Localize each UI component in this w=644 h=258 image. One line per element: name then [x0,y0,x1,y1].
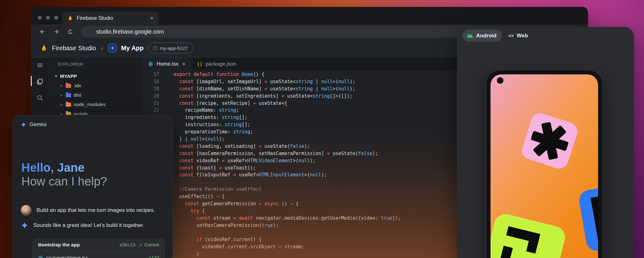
file-label: dist [74,92,81,98]
tab-label: package.json [206,61,236,67]
line-number: 17 [142,71,159,78]
browser-tab[interactable]: Firebase Studio × [62,12,158,24]
product-name: Firebase Studio [52,45,96,52]
user-avatar [21,205,31,216]
green-glyph-shape [491,212,567,258]
code-line: const videoRef = useRef<HTMLVideoElement… [174,157,401,164]
browser-tab-title: Firebase Studio [77,15,113,21]
toggle-web[interactable]: <> Web [504,30,534,42]
window-controls[interactable] [38,16,58,20]
bracket-icon [591,192,598,242]
code-line: preparationTime: string; [174,128,401,136]
app-name[interactable]: My App [121,45,143,52]
phone-screen [491,74,598,258]
editor-tab-home[interactable]: Home.tsx × [142,57,191,70]
forward-button[interactable] [51,26,62,37]
chevron-down-icon: > [54,75,58,78]
chevron-right-icon: > [60,93,63,98]
explorer-item-idx[interactable]: >.idx [49,81,142,90]
explorer-title: EXPLORER [58,62,142,67]
code-line: ingredients: string[]; [174,114,401,121]
code-line: const [dishName, setDishName] = useState… [174,85,401,93]
explorer-item-dist[interactable]: >dist [49,90,142,100]
line-number: 21 [142,100,159,107]
explorer-item-node_modules[interactable]: >node_modules [49,100,142,109]
search-view-button[interactable] [36,94,43,103]
line-number: 18 [142,78,159,85]
app-id-text: my-app-5127 [160,46,188,51]
file-tree: > MYAPP >.idx>dist>node_modules>scripts [49,72,142,119]
app-id-icon [153,46,158,50]
code-line: const {toast} = useToast(); [174,164,401,172]
hamburger-icon [36,62,43,69]
blue-bracket-shape [577,181,598,252]
chat-message-text: Build an app that lets me turn images in… [36,207,155,213]
reload-icon [67,29,73,35]
firebase-logo-icon [40,44,48,52]
forward-arrow-icon [53,29,59,35]
active-view-indicator [31,76,32,86]
gemini-panel: Gemini Hello, Jane How can I help? Build… [12,115,173,258]
code-line: export default function Home() { [174,71,401,78]
chevron-right-icon: > [60,102,63,107]
menu-button[interactable] [36,62,43,70]
react-icon [148,61,153,67]
tab-close-icon[interactable]: × [150,15,153,21]
folder-icon [66,103,71,107]
task-card-header: Bootstrap the app a56c23 ✓ Current [33,239,164,251]
code-line: //Camera Permission useEffect [174,186,401,193]
gemini-spark-icon [21,222,28,229]
task-card[interactable]: Bootstrap the app a56c23 ✓ Current src/p… [33,238,164,258]
status-badge: ✓ Current [139,242,159,247]
line-number: 20 [142,93,159,100]
window-control-dot[interactable] [38,16,42,20]
check-icon: ✓ [139,242,143,247]
back-arrow-icon [39,29,46,35]
additions-count: +122 [148,255,159,258]
file-label: .idx [74,83,81,89]
editor-tab-package-json[interactable]: {} package.json [191,57,242,70]
device-toggle-row: Android <> Web [463,30,534,42]
asterisk-icon [526,117,573,164]
code-line: if (videoRef.current) { [174,236,401,243]
pink-asterisk-shape [519,111,580,171]
braces-icon: {} [197,62,202,67]
toggle-label: Android [476,33,497,39]
code-line: const [loading, setLoading] = useState(f… [174,143,401,150]
code-line: videoRef.current.srcObject = stream; [174,243,401,250]
app-id-badge[interactable]: my-app-5127 [148,43,193,53]
task-card-file-row[interactable]: src/pages/Home.tsx +122 [33,251,164,258]
explorer-view-button[interactable] [36,78,43,86]
phone-mockup [486,70,603,258]
code-line: const [ingredients, setIngredients] = us… [174,93,401,100]
explorer-items: >.idx>dist>node_modules>scripts [49,81,142,119]
reload-button[interactable] [65,26,75,37]
android-icon [467,34,473,38]
code-line: } [174,250,401,258]
code-lines: export default function Home() { const [… [174,71,401,258]
line-number: 19 [142,85,159,93]
toggle-label: Web [517,33,528,39]
line-number: 22 [142,107,159,114]
gemini-greeting-question: How can I help? [21,175,107,188]
tab-close-icon[interactable]: × [182,61,186,67]
window-control-dot[interactable] [54,16,58,20]
code-line: } | null>(null); [174,136,401,143]
code-line: const fileInputRef = useRef<HTMLInputEle… [174,171,401,179]
toggle-android[interactable]: Android [463,30,502,42]
tab-label: Home.tsx [157,61,179,67]
back-button[interactable] [37,26,48,37]
code-line: recipeName: string; [174,107,401,114]
code-line [174,179,401,186]
window-control-dot[interactable] [46,16,50,20]
root-folder-label: MYAPP [60,73,77,79]
gemini-spark-icon [21,122,26,127]
breadcrumb-separator: › [101,44,103,52]
explorer-root-folder[interactable]: > MYAPP [49,72,142,81]
spark-icon [110,46,115,51]
gemini-title: Gemini [30,121,47,128]
files-icon [36,78,43,85]
status-text: Current [144,242,159,247]
file-label: node_modules [74,102,106,107]
code-line [174,229,401,236]
